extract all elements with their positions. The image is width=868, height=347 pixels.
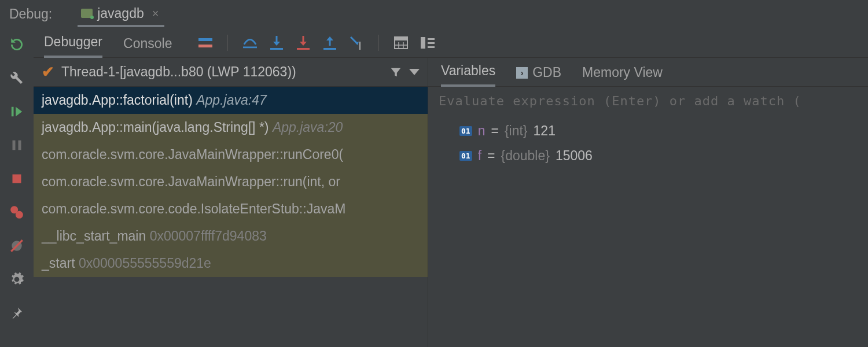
stack-frame-row[interactable]: com.oracle.svm.core.JavaMainWrapper::run…	[34, 141, 428, 168]
tab-console[interactable]: Console	[123, 36, 172, 57]
run-config-icon	[81, 9, 93, 18]
pause-button[interactable]	[8, 136, 25, 154]
run-to-cursor-icon[interactable]	[350, 36, 363, 50]
trace-current-stream-chain-icon[interactable]	[421, 36, 435, 50]
variable-value: 15006	[556, 148, 593, 164]
run-config-name: javagdb	[97, 6, 144, 21]
stack-frame-row[interactable]: __libc_start_main 0x00007ffff7d94083	[34, 223, 428, 250]
mute-breakpoints-button[interactable]	[8, 237, 25, 254]
variable-value: 121	[534, 123, 556, 139]
svg-rect-10	[243, 46, 257, 48]
variable-list: 01n={int}12101f={double}15006	[428, 115, 868, 172]
svg-rect-24	[428, 38, 435, 40]
resume-button[interactable]	[8, 103, 25, 120]
variable-row[interactable]: 01n={int}121	[439, 119, 858, 143]
separator	[227, 35, 228, 51]
rerun-button[interactable]	[8, 36, 25, 53]
separator	[378, 35, 379, 51]
svg-rect-1	[13, 141, 16, 150]
debugger-toolbar: Debugger Console	[34, 28, 868, 58]
chevron-down-icon[interactable]	[409, 69, 420, 76]
force-step-into-icon[interactable]	[296, 36, 310, 50]
close-icon[interactable]: ×	[152, 7, 159, 20]
tab-gdb[interactable]: › GDB	[516, 65, 561, 86]
svg-rect-3	[13, 175, 21, 183]
svg-rect-8	[198, 38, 212, 41]
thread-selector[interactable]: ✔ Thread-1-[javagdb...b80 (LWP 112063))	[34, 58, 428, 87]
stack-frame-row[interactable]: _start 0x000055555559d21e	[34, 250, 428, 277]
variable-name: n	[478, 123, 486, 139]
evaluate-expression-input[interactable]: Evaluate expression (Enter) or add a wat…	[428, 87, 868, 115]
thread-name: Thread-1-[javagdb...b80 (LWP 112063))	[61, 64, 382, 80]
gdb-arrow-icon: ›	[516, 67, 528, 79]
tab-memory-view[interactable]: Memory View	[582, 65, 663, 86]
svg-rect-0	[12, 107, 14, 117]
show-execution-point-icon[interactable]	[198, 36, 212, 50]
step-over-icon[interactable]	[243, 36, 257, 50]
step-out-icon[interactable]	[323, 36, 337, 50]
variable-type: {double}	[501, 148, 549, 164]
tab-gdb-label: GDB	[532, 65, 561, 80]
frame-list: javagdb.App::factorial(int) App.java:47j…	[34, 87, 428, 347]
primitive-badge-icon: 01	[459, 151, 472, 161]
filter-icon[interactable]	[389, 66, 402, 79]
primitive-badge-icon: 01	[459, 126, 472, 136]
stack-frame-row[interactable]: javagdb.App::main(java.lang.String[] *) …	[34, 114, 428, 141]
settings-wrench-button[interactable]	[8, 69, 25, 87]
svg-rect-19	[395, 37, 407, 40]
variable-type: {int}	[505, 123, 528, 139]
debug-side-rail	[0, 28, 34, 347]
debug-label: Debug:	[9, 6, 52, 22]
tab-debugger[interactable]: Debugger	[44, 34, 102, 58]
stack-frame-row[interactable]: javagdb.App::factorial(int) App.java:47	[34, 87, 428, 114]
svg-point-5	[16, 211, 23, 219]
debug-header: Debug: javagdb ×	[0, 0, 868, 28]
step-into-icon[interactable]	[270, 36, 284, 50]
svg-rect-12	[270, 48, 283, 50]
debug-settings-button[interactable]	[8, 271, 25, 288]
svg-rect-23	[421, 37, 425, 49]
stack-frame-row[interactable]: com.oracle.svm.core.code.IsolateEnterStu…	[34, 195, 428, 223]
view-breakpoints-button[interactable]	[8, 204, 25, 221]
run-config-tab[interactable]: javagdb ×	[78, 1, 164, 27]
svg-rect-14	[297, 48, 310, 50]
stack-frame-row[interactable]: com.oracle.svm.core.JavaMainWrapper::run…	[34, 168, 428, 195]
pin-tab-button[interactable]	[8, 304, 25, 322]
evaluate-expression-icon[interactable]	[394, 36, 408, 50]
variable-row[interactable]: 01f={double}15006	[439, 143, 858, 168]
check-icon: ✔	[42, 63, 54, 81]
variables-pane: Variables › GDB Memory View Evaluate exp…	[428, 58, 868, 347]
svg-rect-2	[19, 141, 21, 150]
variable-name: f	[478, 148, 481, 164]
svg-rect-9	[198, 45, 212, 47]
svg-rect-25	[428, 42, 435, 44]
stop-button[interactable]	[8, 170, 25, 187]
tab-variables[interactable]: Variables	[441, 63, 495, 87]
svg-rect-16	[323, 48, 336, 50]
svg-rect-26	[428, 46, 435, 48]
frames-pane: ✔ Thread-1-[javagdb...b80 (LWP 112063)) …	[34, 58, 428, 347]
